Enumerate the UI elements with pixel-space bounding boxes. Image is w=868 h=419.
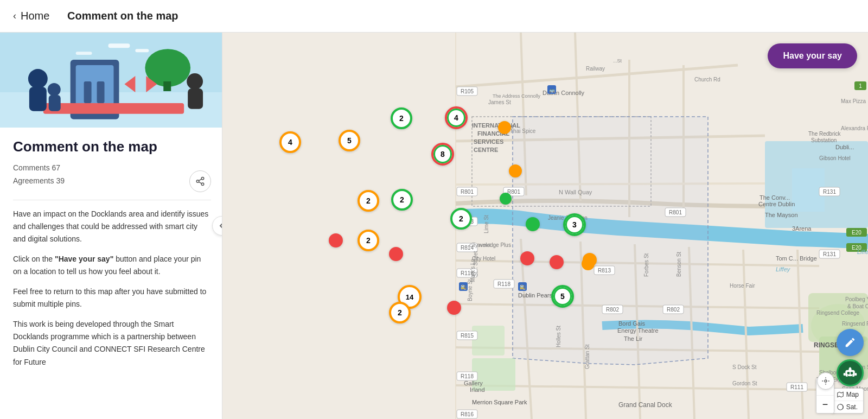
svg-rect-159: [847, 372, 850, 374]
svg-rect-11: [29, 87, 47, 111]
svg-text:1: 1: [859, 83, 862, 89]
svg-text:Thai Spice: Thai Spice: [510, 128, 536, 134]
svg-line-23: [199, 182, 201, 183]
svg-rect-2: [135, 49, 149, 52]
svg-text:Gordon St: Gordon St: [732, 380, 757, 386]
svg-text:Liffey: Liffey: [857, 249, 868, 255]
agreements-count: 39: [56, 176, 65, 185]
sidebar-para-2: Click on the "Have your say" button and …: [13, 253, 211, 278]
svg-text:🍴: 🍴: [494, 122, 501, 129]
svg-text:Grand Canal Dock: Grand Canal Dock: [618, 401, 673, 409]
svg-text:R816: R816: [461, 411, 474, 417]
svg-point-20: [201, 177, 204, 180]
sidebar: Comment on the map Comments 67 Agreement…: [0, 33, 222, 419]
svg-text:The Mayson: The Mayson: [765, 212, 798, 218]
agreements-label: Agreements: [13, 176, 54, 185]
svg-text:CENTRE: CENTRE: [474, 147, 498, 153]
svg-text:🚌: 🚌: [549, 87, 556, 93]
svg-text:Ringsend Park: Ringsend Park: [842, 321, 868, 327]
edit-button[interactable]: [837, 329, 864, 356]
comments-count: 67: [52, 163, 61, 172]
svg-text:Alexandra Rd: Alexandra Rd: [841, 125, 868, 131]
svg-text:Gibson Hotel: Gibson Hotel: [819, 155, 851, 161]
svg-text:Boyne St: Boyne St: [467, 279, 473, 301]
svg-text:The Conv...: The Conv...: [760, 194, 790, 201]
svg-rect-3: [76, 52, 92, 55]
svg-text:Irland: Irland: [470, 386, 485, 393]
svg-text:SERVICES: SERVICES: [474, 138, 503, 145]
svg-text:The Address Connolly: The Address Connolly: [493, 93, 541, 99]
map-type-toggle: Map Sat.: [832, 388, 864, 414]
map-label: Map: [846, 391, 859, 398]
svg-text:The Lir: The Lir: [624, 335, 643, 342]
sidebar-para-3: Feel free to return to this map after yo…: [13, 285, 211, 310]
comments-label: Comments: [13, 163, 50, 172]
svg-point-22: [201, 183, 204, 186]
svg-text:R131: R131: [823, 251, 836, 257]
svg-rect-13: [49, 95, 61, 111]
svg-point-14: [187, 73, 203, 90]
svg-rect-6: [76, 65, 114, 109]
sat-toggle-button[interactable]: Sat.: [832, 401, 863, 413]
svg-text:Ringsend College: Ringsend College: [816, 310, 859, 316]
location-button[interactable]: [817, 372, 834, 390]
divider-1: [13, 200, 211, 200]
svg-text:Lime St: Lime St: [483, 215, 489, 233]
svg-text:E20: E20: [852, 230, 861, 236]
svg-text:Liffey: Liffey: [776, 266, 791, 272]
svg-text:James St: James St: [488, 99, 511, 105]
svg-text:Holles St: Holles St: [556, 326, 561, 347]
svg-text:Tom C... Bridge: Tom C... Bridge: [776, 255, 817, 262]
svg-text:City Hotel: City Hotel: [469, 243, 490, 248]
svg-point-12: [48, 83, 61, 96]
main-area: Comment on the map Comments 67 Agreement…: [0, 33, 868, 419]
svg-text:R813: R813: [598, 268, 611, 274]
svg-text:Substation: Substation: [811, 137, 837, 143]
svg-rect-8: [97, 81, 105, 103]
back-button[interactable]: ‹: [13, 10, 16, 22]
svg-text:Energy Theatre: Energy Theatre: [617, 327, 659, 334]
page-title: Comment on the map: [67, 10, 178, 22]
have-your-say-button[interactable]: Have your say: [768, 43, 857, 68]
svg-text:Bord Gais: Bord Gais: [618, 320, 645, 327]
share-button[interactable]: [189, 170, 211, 192]
sidebar-image: [0, 33, 222, 128]
svg-rect-158: [845, 370, 855, 377]
sidebar-para-4: This work is being developed through the…: [13, 318, 211, 368]
header: ‹ Home Comment on the map: [0, 0, 868, 33]
svg-text:FINANCIAL: FINANCIAL: [477, 130, 510, 137]
map-area[interactable]: N Wall Quay INTERNATIONAL FINANCIAL SERV…: [222, 33, 868, 419]
sat-label: Sat.: [846, 403, 858, 411]
svg-text:Gallery: Gallery: [464, 380, 483, 386]
svg-text:...St: ...St: [613, 58, 622, 64]
svg-rect-7: [84, 81, 92, 103]
svg-point-10: [28, 69, 48, 88]
svg-text:Dubli...: Dubli...: [835, 144, 854, 150]
zoom-out-button[interactable]: −: [816, 396, 834, 413]
svg-text:Mark's Ln: Mark's Ln: [470, 259, 476, 282]
app-container: ‹ Home Comment on the map: [0, 0, 868, 419]
sidebar-title: Comment on the map: [13, 138, 211, 155]
svg-text:& Boat Club: & Boat Club: [847, 303, 868, 309]
svg-text:R118: R118: [461, 373, 474, 379]
svg-text:Benson St: Benson St: [676, 252, 682, 277]
svg-text:R131: R131: [823, 189, 836, 195]
svg-text:N Wall Quay: N Wall Quay: [559, 189, 592, 195]
home-link[interactable]: Home: [21, 10, 49, 22]
svg-text:R801: R801: [461, 189, 474, 195]
svg-text:R813: R813: [461, 219, 474, 225]
svg-line-24: [199, 179, 201, 180]
svg-rect-49: [472, 326, 505, 355]
svg-text:S Dock St: S Dock St: [732, 364, 757, 370]
svg-point-21: [196, 180, 199, 182]
robot-button[interactable]: [837, 359, 864, 386]
breadcrumb-separator: [57, 10, 60, 22]
map-background: N Wall Quay INTERNATIONAL FINANCIAL SERV…: [222, 33, 868, 419]
svg-rect-17: [163, 81, 171, 91]
svg-text:Forbes St: Forbes St: [643, 253, 649, 277]
sidebar-para-1: Have an impact on the Docklands area and…: [13, 208, 211, 245]
svg-text:Jeanie Johnston: Jeanie Johnston: [548, 215, 588, 221]
svg-text:Railway: Railway: [586, 66, 605, 72]
map-toggle-button[interactable]: Map: [832, 389, 863, 401]
svg-text:R802: R802: [667, 307, 680, 313]
